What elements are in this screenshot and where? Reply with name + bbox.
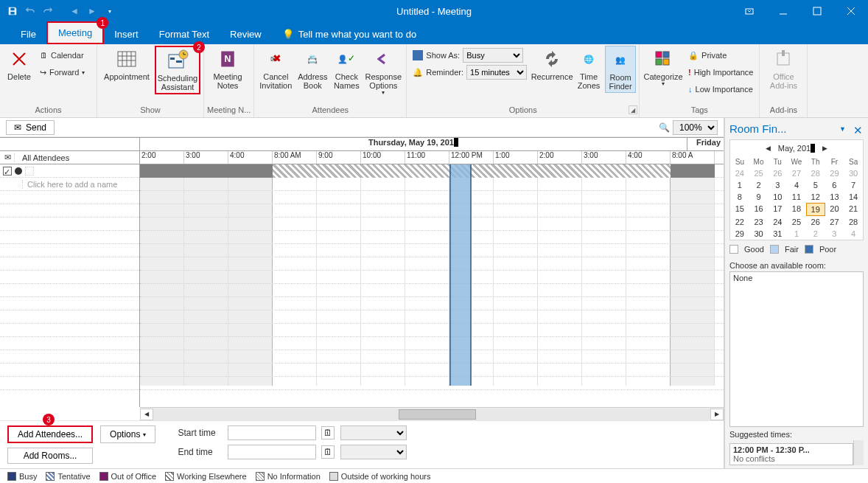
calendar-day[interactable]: 12 (806, 191, 825, 203)
calendar-day[interactable]: 4 (844, 228, 863, 240)
calendar-day[interactable]: 23 (749, 216, 769, 228)
calendar-day[interactable]: 18 (787, 203, 806, 216)
calendar-day[interactable]: 13 (825, 191, 844, 203)
minimize-button[interactable] (766, 0, 800, 22)
start-date-input[interactable] (228, 425, 316, 440)
suggested-time-item[interactable]: 12:00 PM - 12:30 P... No conflicts (729, 443, 853, 465)
calendar-day[interactable]: 17 (768, 203, 787, 216)
low-importance-button[interactable]: ↓Low Importance (685, 81, 756, 97)
tab-file[interactable]: File (10, 24, 46, 44)
calendar-day[interactable]: 1 (787, 228, 806, 240)
calendar-day[interactable]: 3 (825, 228, 844, 240)
undo-icon[interactable] (24, 4, 37, 18)
close-button[interactable] (834, 0, 868, 22)
horizontal-scrollbar[interactable]: ◀ ▶ (140, 407, 724, 420)
calendar-day[interactable]: 21 (844, 203, 863, 216)
calendar-day[interactable]: 26 (768, 167, 787, 179)
add-attendee-row[interactable]: Click here to add a name (0, 178, 139, 191)
calendar-day[interactable]: 29 (730, 228, 749, 240)
end-date-input[interactable] (228, 445, 316, 459)
save-icon[interactable] (6, 4, 19, 18)
prev-month-icon[interactable]: ◀ (766, 145, 771, 152)
calendar-day[interactable]: 24 (768, 216, 787, 228)
calendar-day[interactable]: 27 (825, 216, 844, 228)
calendar-day[interactable]: 25 (749, 167, 769, 179)
calendar-day[interactable]: 7 (844, 179, 863, 191)
calendar-day[interactable]: 10 (768, 191, 787, 203)
maximize-button[interactable] (800, 0, 834, 22)
response-options-button[interactable]: Response Options▾ (363, 46, 403, 98)
calendar-day[interactable]: 29 (825, 167, 844, 179)
delete-button[interactable]: Delete (3, 46, 35, 83)
calendar-picker-icon[interactable]: 🗓 (321, 426, 335, 439)
calendar-day[interactable]: 1 (730, 179, 749, 191)
private-button[interactable]: 🔒Private (685, 47, 756, 63)
next-item-icon[interactable]: ► (85, 4, 99, 18)
tell-me-search[interactable]: 💡 Tell me what you want to do (272, 24, 427, 44)
zoom-select[interactable]: 100% (673, 120, 718, 135)
calendar-day[interactable]: 9 (749, 191, 769, 203)
scroll-left-icon[interactable]: ◀ (140, 409, 153, 420)
high-importance-button[interactable]: !High Importance (685, 64, 756, 80)
calendar-day[interactable]: 25 (787, 216, 806, 228)
address-book-button[interactable]: 📇 Address Book (295, 46, 329, 91)
redo-icon[interactable] (41, 4, 55, 18)
office-addins-button[interactable]: Office Add-ins (763, 46, 804, 91)
calendar-day[interactable]: 31 (768, 228, 787, 240)
calendar-day[interactable]: 2 (749, 179, 769, 191)
calendar-day[interactable]: 26 (806, 216, 825, 228)
scheduling-options-button[interactable]: Options ▾ (100, 425, 155, 443)
appointment-button[interactable]: Appointment (100, 46, 153, 83)
start-time-select[interactable] (340, 425, 407, 440)
checkbox-checked-icon[interactable]: ✓ (3, 167, 12, 176)
categorize-button[interactable]: Categorize▾ (643, 46, 684, 89)
check-names-button[interactable]: 👤✓ Check Names (331, 46, 362, 91)
scheduling-assistant-button[interactable]: 2 Scheduling Assistant (155, 46, 200, 94)
prev-item-icon[interactable]: ◄ (68, 4, 81, 18)
scroll-right-icon[interactable]: ▶ (710, 409, 724, 420)
room-finder-button[interactable]: 👥 Room Finder (605, 46, 636, 93)
calendar-day[interactable]: 15 (730, 203, 749, 216)
end-time-select[interactable] (340, 445, 407, 459)
time-zones-button[interactable]: 🌐 Time Zones (574, 46, 603, 91)
room-list[interactable]: None (729, 271, 864, 427)
calendar-day[interactable]: 28 (844, 216, 863, 228)
calendar-day[interactable]: 20 (825, 203, 844, 216)
calendar-day[interactable]: 27 (787, 167, 806, 179)
calendar-day[interactable]: 6 (825, 179, 844, 191)
calendar-day[interactable]: 3 (768, 179, 787, 191)
calendar-day[interactable]: 30 (844, 167, 863, 179)
calendar-day[interactable]: 5 (806, 179, 825, 191)
reminder-select[interactable]: 15 minutes (466, 65, 527, 80)
scheduling-grid[interactable]: Thursday, May 19, 2018 Friday 2:003:004:… (140, 138, 724, 407)
close-pane-icon[interactable]: ✕ (853, 124, 864, 134)
tab-format-text[interactable]: Format Text (149, 24, 220, 44)
recurrence-button[interactable]: Recurrence (531, 46, 573, 83)
meeting-notes-button[interactable]: N Meeting Notes (207, 46, 248, 91)
add-rooms-button[interactable]: Add Rooms... (7, 448, 93, 464)
cancel-invitation-button[interactable]: ✉✖ Cancel Invitation (257, 46, 294, 91)
calendar-day[interactable]: 14 (844, 191, 863, 203)
add-name-placeholder[interactable]: Click here to add a name (22, 180, 139, 189)
calendar-day[interactable]: 2 (806, 228, 825, 240)
calendar-day[interactable]: 8 (730, 191, 749, 203)
send-button[interactable]: ✉Send (6, 120, 55, 135)
calendar-picker-icon[interactable]: 🗓 (321, 445, 335, 459)
ribbon-display-icon[interactable] (732, 0, 766, 22)
selected-time-range[interactable] (449, 164, 472, 386)
suggested-scrollbar[interactable] (853, 440, 864, 465)
calendar-day[interactable]: 4 (787, 179, 806, 191)
attendee-row-organizer[interactable]: ✓ (0, 164, 139, 178)
calendar-day[interactable]: 22 (730, 216, 749, 228)
calendar-day[interactable]: 30 (749, 228, 769, 240)
forward-button[interactable]: ↪Forward ▾ (37, 64, 88, 80)
magnifier-icon[interactable]: 🔍 (659, 122, 670, 133)
tab-meeting[interactable]: 1 Meeting (46, 21, 104, 44)
calendar-day[interactable]: 16 (749, 203, 769, 216)
show-as-select[interactable]: Busy (463, 48, 523, 63)
add-attendees-button[interactable]: Add Attendees... (7, 425, 93, 443)
pane-options-icon[interactable]: ▼ (839, 125, 846, 133)
next-month-icon[interactable]: ▶ (822, 145, 827, 152)
calendar-day[interactable]: 19 (806, 203, 825, 216)
calendar-button[interactable]: 🗓Calendar (37, 47, 88, 63)
